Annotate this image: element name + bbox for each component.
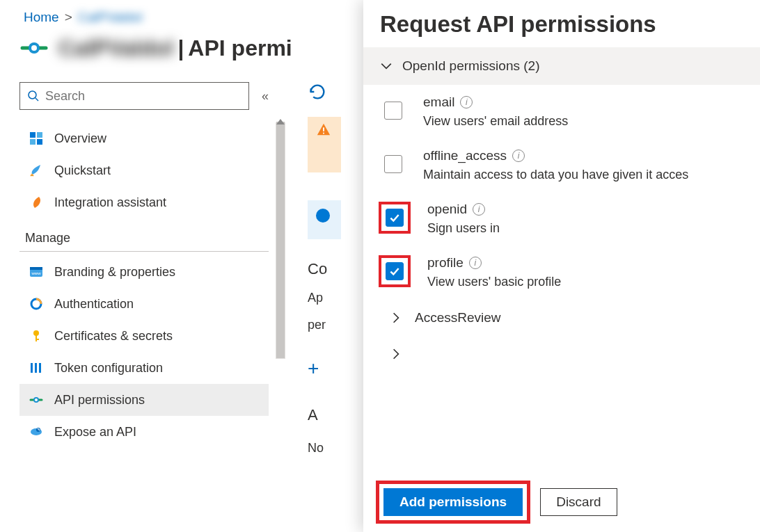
permission-name: offline_access: [423, 148, 507, 163]
checkbox-openid[interactable]: [386, 209, 404, 227]
svg-rect-17: [35, 363, 37, 373]
sidebar-item-label: Integration assistant: [54, 195, 166, 210]
token-icon: [28, 360, 45, 376]
info-icon[interactable]: i: [460, 96, 473, 108]
permission-desc: Maintain access to data you have given i…: [423, 168, 688, 182]
svg-text:www: www: [31, 271, 42, 275]
sidebar-item-branding[interactable]: www Branding & properties: [19, 256, 269, 288]
warning-banner: [308, 117, 341, 172]
certificates-icon: [28, 328, 45, 344]
info-icon: [316, 209, 330, 223]
sidebar-item-label: Certificates & secrets: [54, 329, 173, 344]
permission-desc: View users' email address: [423, 114, 568, 129]
api-permissions-icon: [28, 392, 45, 408]
sidebar-item-expose-api[interactable]: Expose an API: [19, 416, 269, 448]
permission-desc: Sign users in: [427, 221, 500, 236]
sidebar-item-label: Overview: [54, 131, 106, 146]
permissions-panel: Request API permissions OpenId permissio…: [363, 0, 760, 532]
quickstart-icon: [28, 162, 45, 179]
breadcrumb-app[interactable]: CalPValdol: [78, 10, 143, 25]
checkbox-profile[interactable]: [386, 262, 404, 280]
info-icon[interactable]: i: [473, 203, 485, 216]
panel-title: Request API permissions: [363, 0, 760, 47]
permission-name: profile: [427, 255, 464, 271]
authentication-icon: [28, 296, 45, 312]
svg-point-13: [33, 330, 39, 336]
checkbox-email[interactable]: [384, 102, 402, 120]
discard-button[interactable]: Discard: [540, 488, 617, 516]
plus-icon: +: [308, 357, 319, 380]
permission-row-offline-access: offline_access i Maintain access to data…: [363, 138, 760, 192]
sidebar-item-label: Quickstart: [54, 163, 111, 178]
svg-rect-5: [30, 132, 35, 138]
info-icon[interactable]: i: [469, 257, 482, 269]
svg-line-4: [35, 98, 38, 101]
sidebar-item-label: Authentication: [54, 297, 134, 312]
expose-api-icon: [28, 424, 45, 440]
info-banner: [308, 200, 341, 239]
permission-list: email i View users' email address offlin…: [363, 85, 760, 299]
openid-group-header[interactable]: OpenId permissions (2): [363, 47, 760, 85]
app-icon: [19, 33, 49, 63]
sidebar-item-label: Branding & properties: [54, 265, 175, 280]
sidebar-section-manage: Manage: [19, 218, 269, 252]
sidebar-item-api-permissions[interactable]: API permissions: [19, 384, 269, 416]
svg-rect-10: [30, 267, 42, 270]
add-permissions-button[interactable]: Add permissions: [383, 488, 523, 516]
sidebar-item-overview[interactable]: Overview: [19, 122, 269, 154]
svg-point-21: [35, 398, 38, 401]
sidebar-item-certificates[interactable]: Certificates & secrets: [19, 320, 269, 352]
permission-name: openid: [427, 202, 467, 217]
title-sep: |: [177, 35, 184, 61]
collapsed-label: AccessReview: [415, 310, 501, 325]
info-icon[interactable]: i: [512, 150, 525, 162]
sidebar-item-token[interactable]: Token configuration: [19, 352, 269, 384]
access-review-group[interactable]: AccessReview: [363, 299, 760, 337]
refresh-icon[interactable]: [308, 82, 327, 102]
integration-icon: [28, 194, 45, 211]
breadcrumb-sep: >: [65, 10, 72, 25]
search-icon: [27, 90, 40, 102]
search-input[interactable]: [45, 89, 242, 104]
overview-icon: [28, 130, 45, 147]
highlight-add-permissions: Add permissions: [376, 481, 530, 524]
search-box[interactable]: [19, 82, 249, 110]
title-section: API permi: [188, 35, 292, 61]
another-group[interactable]: [363, 337, 760, 371]
sidebar-item-authentication[interactable]: Authentication: [19, 288, 269, 320]
sidebar-item-label: Token configuration: [54, 361, 163, 376]
permission-desc: View users' basic profile: [427, 275, 561, 289]
warning-icon: [316, 122, 331, 138]
svg-rect-6: [37, 132, 42, 138]
breadcrumb-home[interactable]: Home: [24, 10, 59, 25]
chevron-right-icon: [390, 312, 402, 324]
svg-point-2: [31, 45, 37, 51]
sidebar-item-label: API permissions: [54, 393, 145, 408]
svg-rect-16: [31, 363, 33, 373]
highlight-profile: [379, 255, 411, 287]
sidebar-item-label: Expose an API: [54, 425, 136, 440]
branding-icon: www: [28, 264, 45, 280]
panel-actions: Add permissions Discard: [363, 481, 760, 532]
svg-rect-14: [35, 335, 37, 341]
chevron-down-icon: [380, 60, 393, 72]
collapse-icon[interactable]: «: [262, 89, 269, 104]
group-header-label: OpenId permissions (2): [402, 58, 539, 74]
svg-rect-15: [35, 339, 39, 340]
permission-row-profile: profile i View users' basic profile: [363, 245, 760, 299]
svg-rect-25: [323, 133, 324, 134]
svg-rect-7: [30, 139, 35, 145]
svg-point-3: [29, 91, 36, 99]
sidebar-item-quickstart[interactable]: Quickstart: [19, 154, 269, 186]
svg-rect-18: [39, 363, 41, 373]
svg-rect-24: [323, 127, 324, 131]
nav-list: Overview Quickstart Integration assistan…: [19, 122, 269, 448]
highlight-openid: [379, 202, 411, 234]
sidebar: « Overview Quickstart: [19, 68, 269, 456]
chevron-right-icon: [390, 348, 402, 360]
permission-name: email: [423, 95, 454, 110]
permission-row-openid: openid i Sign users in: [363, 192, 760, 245]
app-name-title: CalPValdol: [58, 35, 173, 61]
sidebar-item-integration[interactable]: Integration assistant: [19, 186, 269, 218]
checkbox-offline-access[interactable]: [384, 155, 402, 173]
